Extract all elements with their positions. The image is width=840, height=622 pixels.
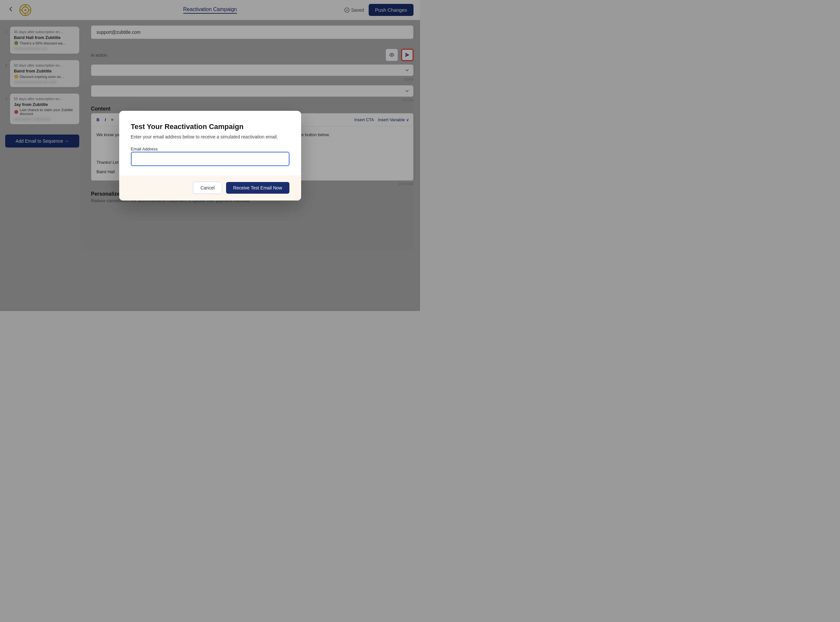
receive-test-email-button[interactable]: Receive Test Email Now xyxy=(226,182,289,194)
cancel-button[interactable]: Cancel xyxy=(193,181,222,194)
email-label: Email Address xyxy=(131,146,158,151)
modal-description: Enter your email address below to receiv… xyxy=(131,134,289,139)
modal-overlay: Test Your Reactivation Campaign Enter yo… xyxy=(0,0,420,311)
modal-title: Test Your Reactivation Campaign xyxy=(131,122,289,131)
modal-footer: Cancel Receive Test Email Now xyxy=(119,175,301,201)
test-email-modal: Test Your Reactivation Campaign Enter yo… xyxy=(119,111,301,201)
modal-email-input[interactable] xyxy=(131,152,289,166)
modal-body: Test Your Reactivation Campaign Enter yo… xyxy=(119,111,301,175)
